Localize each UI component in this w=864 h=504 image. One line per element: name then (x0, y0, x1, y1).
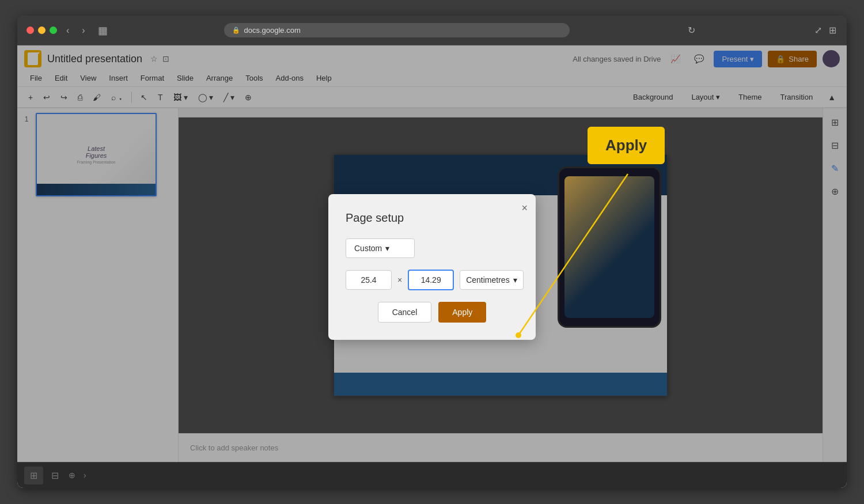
minimize-button[interactable] (38, 26, 46, 34)
url-bar[interactable]: 🔒 docs.google.com (224, 23, 570, 37)
height-input[interactable] (408, 270, 454, 290)
traffic-lights (26, 26, 57, 34)
width-input[interactable] (346, 270, 392, 290)
unit-dropdown[interactable]: Centimetres ▾ (460, 270, 523, 290)
modal-preset-row: Custom ▾ (346, 238, 518, 258)
dimensions-x-separator: × (397, 275, 402, 285)
unit-label: Centimetres (466, 275, 509, 285)
preset-label: Custom (354, 244, 382, 253)
modal-dimensions-row: × Centimetres ▾ (346, 270, 518, 290)
page-setup-dialog: × Page setup Custom ▾ × Centimetres ▾ (328, 194, 536, 340)
annotation-apply-label: Apply (588, 127, 665, 164)
unit-chevron-icon: ▾ (513, 275, 517, 285)
sidebar-toggle-button[interactable]: ▦ (94, 23, 111, 38)
maximize-button[interactable] (50, 26, 57, 34)
forward-button[interactable]: › (78, 24, 88, 37)
close-button[interactable] (26, 26, 34, 34)
modal-title: Page setup (346, 211, 518, 225)
cancel-button[interactable]: Cancel (378, 302, 432, 323)
apply-button[interactable]: Apply (438, 302, 486, 323)
preset-dropdown[interactable]: Custom ▾ (346, 238, 415, 258)
annotation-arrow (622, 168, 737, 358)
browser-toolbar-right: ⤢ ⊞ (813, 24, 838, 37)
modal-close-button[interactable]: × (521, 202, 528, 214)
lock-icon: 🔒 (232, 26, 240, 34)
new-tab-button[interactable]: ⊞ (828, 24, 838, 37)
reload-button[interactable]: ↻ (683, 24, 700, 37)
browser-titlebar: ‹ › ▦ 🔒 docs.google.com ↻ ⤢ ⊞ (17, 16, 847, 46)
share-page-button[interactable]: ⤢ (813, 24, 823, 37)
preset-chevron-icon: ▾ (385, 244, 389, 253)
svg-point-1 (516, 332, 521, 338)
back-button[interactable]: ‹ (63, 24, 73, 37)
modal-buttons: Cancel Apply (346, 302, 518, 323)
url-text: docs.google.com (244, 26, 300, 35)
